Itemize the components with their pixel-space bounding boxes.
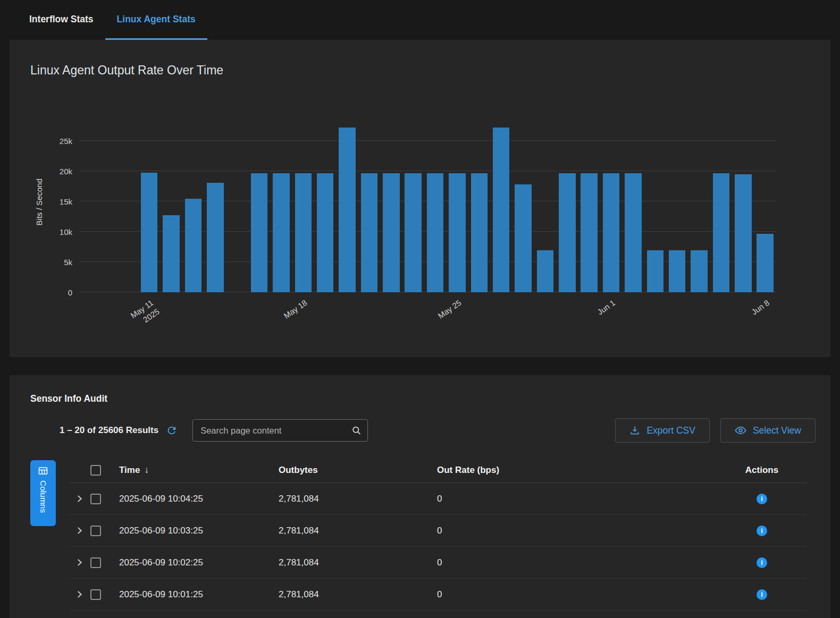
info-icon[interactable]: i: [757, 494, 767, 504]
bar[interactable]: [207, 183, 223, 293]
bar[interactable]: [383, 173, 399, 292]
bar[interactable]: [493, 128, 509, 292]
select-view-label: Select View: [753, 425, 801, 436]
chart-panel: Linux Agent Output Rate Over Time Bits /…: [10, 40, 830, 357]
download-icon: [629, 425, 640, 436]
cell-time: 2025-06-09 10:02:25: [113, 557, 272, 568]
bar[interactable]: [713, 173, 729, 292]
cell-outbytes: 2,781,084: [272, 557, 431, 568]
bar-slot: [644, 112, 666, 292]
expand-row-icon[interactable]: [75, 495, 82, 502]
columns-button-label: Columns: [38, 480, 48, 513]
table-row[interactable]: 2025-06-09 10:01:252,781,0840i: [69, 579, 807, 611]
bar-slot: [336, 112, 358, 292]
col-header-time-label: Time: [119, 465, 140, 475]
col-header-outbytes[interactable]: Outbytes: [272, 465, 431, 476]
info-icon[interactable]: i: [757, 589, 767, 600]
bar[interactable]: [647, 250, 663, 292]
search-input[interactable]: [192, 419, 368, 442]
bar-slot: [556, 112, 578, 292]
bar[interactable]: [295, 173, 312, 292]
refresh-icon: [166, 425, 178, 436]
audit-panel: Sensor Info Audit 1 – 20 of 25606 Result…: [10, 375, 830, 618]
col-header-time[interactable]: Time↓: [113, 465, 272, 476]
cell-out-rate: 0: [431, 589, 717, 600]
bar[interactable]: [449, 173, 465, 292]
cell-outbytes: 2,781,084: [272, 589, 431, 600]
refresh-button[interactable]: [166, 425, 178, 436]
bar[interactable]: [405, 173, 421, 292]
y-axis-title-text: Bits / Second: [35, 179, 44, 225]
info-icon[interactable]: i: [757, 557, 767, 568]
table-controls: 1 – 20 of 25606 Results Export CSV Selec…: [60, 418, 816, 443]
row-checkbox[interactable]: [90, 589, 101, 600]
bar[interactable]: [515, 184, 531, 292]
bar-slot: [380, 112, 402, 292]
cell-time: 2025-06-09 10:03:25: [113, 526, 272, 536]
bar[interactable]: [603, 173, 619, 292]
table-icon: [38, 467, 48, 475]
bars: [138, 112, 776, 292]
bar[interactable]: [625, 173, 641, 292]
bar[interactable]: [339, 128, 355, 292]
bar[interactable]: [669, 250, 685, 292]
bar-slot: [710, 112, 732, 292]
table-row[interactable]: 2025-06-09 10:04:252,781,0840i: [69, 483, 807, 515]
bar-slot: [160, 112, 182, 292]
expand-row-icon[interactable]: [75, 527, 82, 534]
row-checkbox[interactable]: [90, 494, 101, 504]
y-axis-title: Bits / Second: [33, 112, 45, 292]
bar-slot: [490, 112, 512, 292]
row-checkbox[interactable]: [90, 526, 101, 536]
bar-slot: [226, 112, 248, 292]
bar[interactable]: [735, 174, 751, 292]
columns-button[interactable]: Columns: [30, 460, 56, 526]
bar-slot: [468, 112, 490, 292]
search-icon[interactable]: [351, 426, 362, 436]
results-count: 1 – 20 of 25606 Results: [60, 425, 158, 436]
table-row[interactable]: 2025-06-09 10:02:252,781,0840i: [69, 547, 807, 579]
eye-icon: [735, 425, 746, 436]
cell-time: 2025-06-09 10:01:25: [113, 589, 272, 600]
select-all-checkbox[interactable]: [90, 465, 101, 476]
bar[interactable]: [163, 215, 179, 292]
bar-slot: [688, 112, 710, 292]
info-icon[interactable]: i: [757, 526, 767, 536]
bar-slot: [138, 112, 160, 292]
bar[interactable]: [691, 250, 707, 292]
bar-slot: [204, 112, 226, 292]
tab-bar: Interflow Stats Linux Agent Stats: [0, 0, 840, 40]
export-csv-button[interactable]: Export CSV: [615, 418, 709, 443]
row-checkbox[interactable]: [90, 557, 101, 568]
tab-interflow-stats[interactable]: Interflow Stats: [18, 0, 105, 40]
bar[interactable]: [317, 173, 333, 292]
y-tick-label: 15k: [60, 197, 72, 206]
col-header-out-rate[interactable]: Out Rate (bps): [431, 465, 717, 476]
x-tick-label: May 11 2025: [128, 298, 162, 330]
bar[interactable]: [141, 173, 157, 292]
bar[interactable]: [537, 250, 553, 292]
bar[interactable]: [757, 234, 773, 292]
bar[interactable]: [361, 173, 377, 292]
x-tick-label: May 25: [436, 298, 464, 321]
table-row[interactable]: 2025-06-09 10:03:252,781,0840i: [69, 515, 807, 547]
expand-row-icon[interactable]: [75, 559, 82, 566]
plot-area: 05k10k15k20k25kMay 11 2025May 18May 25Ju…: [80, 112, 776, 292]
bar[interactable]: [559, 173, 575, 292]
bar-slot: [270, 112, 292, 292]
tab-linux-agent-stats[interactable]: Linux Agent Stats: [105, 0, 207, 40]
bar[interactable]: [427, 173, 443, 292]
expand-row-icon[interactable]: [75, 591, 82, 598]
cell-out-rate: 0: [431, 494, 717, 504]
bar-slot: [424, 112, 446, 292]
cell-out-rate: 0: [431, 526, 717, 536]
bar[interactable]: [471, 173, 488, 292]
cell-time: 2025-06-09 10:04:25: [113, 494, 272, 504]
bar[interactable]: [185, 199, 201, 292]
bar[interactable]: [251, 173, 267, 292]
select-view-button[interactable]: Select View: [720, 418, 816, 443]
bar-slot: [314, 112, 336, 292]
bar[interactable]: [581, 173, 597, 292]
bar[interactable]: [273, 173, 289, 292]
chart-title: Linux Agent Output Rate Over Time: [10, 40, 830, 78]
